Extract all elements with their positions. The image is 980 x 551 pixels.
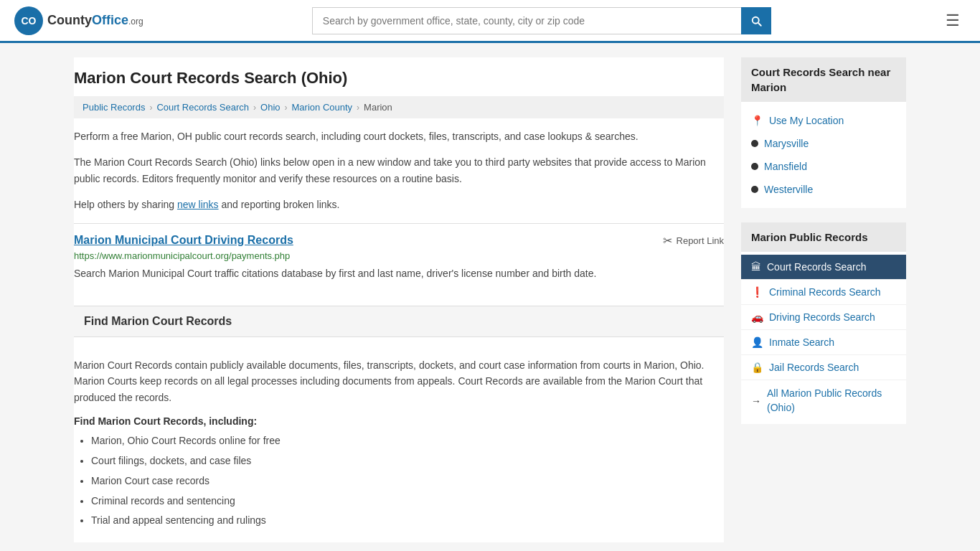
find-section-body: Marion Court Records contain publicly av… — [74, 347, 724, 405]
svg-text:CO: CO — [22, 15, 37, 27]
logo-text: CountyOffice.org — [47, 13, 143, 28]
dot-icon — [751, 186, 758, 193]
breadcrumb: Public Records › Court Records Search › … — [74, 96, 724, 118]
record-description: Search Marion Municipal Court traffic ci… — [74, 265, 724, 281]
description-2: The Marion Court Records Search (Ohio) l… — [74, 150, 724, 192]
arrow-icon: → — [751, 395, 761, 407]
logo[interactable]: CO CountyOffice.org — [14, 6, 143, 35]
pr-criminal-records[interactable]: ❗ Criminal Records Search — [741, 280, 906, 305]
main-container: Marion Court Records Search (Ohio) Publi… — [60, 43, 920, 551]
find-section-title: Find Marion Court Records — [84, 315, 714, 328]
pr-inmate-search[interactable]: 👤 Inmate Search — [741, 330, 906, 355]
find-list: Marion, Ohio Court Records online for fr… — [74, 433, 724, 529]
breadcrumb-marion: Marion — [364, 102, 392, 113]
public-records-card: Marion Public Records 🏛 Court Records Se… — [741, 222, 906, 424]
nearby-mansfield[interactable]: Mansfield — [741, 155, 906, 178]
use-my-location-item[interactable]: 📍 Use My Location — [741, 109, 906, 132]
search-icon — [750, 14, 763, 27]
page-title: Marion Court Records Search (Ohio) — [74, 57, 724, 96]
list-item: Marion, Ohio Court Records online for fr… — [91, 433, 724, 450]
all-records-link[interactable]: All Marion Public Records (Ohio) — [767, 387, 896, 415]
find-section: Find Marion Court Records — [74, 306, 724, 337]
breadcrumb-marion-county[interactable]: Marion County — [292, 102, 353, 113]
pr-driving-records[interactable]: 🚗 Driving Records Search — [741, 305, 906, 330]
jail-records-link[interactable]: Jail Records Search — [769, 362, 859, 373]
nearby-westerville[interactable]: Westerville — [741, 178, 906, 201]
search-input[interactable] — [312, 7, 741, 34]
record-url[interactable]: https://www.marionmunicipalcourt.org/pay… — [74, 250, 724, 261]
pr-jail-records[interactable]: 🔒 Jail Records Search — [741, 355, 906, 380]
list-item: Court filings, dockets, and case files — [91, 453, 724, 470]
content-area: Marion Court Records Search (Ohio) Publi… — [74, 57, 724, 542]
record-title[interactable]: Marion Municipal Court Driving Records — [74, 234, 293, 247]
public-records-list: 🏛 Court Records Search ❗ Criminal Record… — [741, 252, 906, 424]
report-icon: ✂ — [663, 234, 672, 248]
sidebar: Court Records Search near Marion 📍 Use M… — [741, 57, 906, 542]
breadcrumb-public-records[interactable]: Public Records — [83, 102, 145, 113]
pr-court-records[interactable]: 🏛 Court Records Search — [741, 255, 906, 280]
breadcrumb-court-records-search[interactable]: Court Records Search — [156, 102, 249, 113]
driving-icon: 🚗 — [751, 311, 763, 323]
search-button[interactable] — [741, 7, 771, 34]
report-label: Report Link — [677, 235, 724, 246]
report-link[interactable]: ✂ Report Link — [663, 234, 724, 248]
mansfield-link[interactable]: Mansfield — [764, 161, 807, 172]
location-pin-icon: 📍 — [751, 115, 763, 126]
new-links-link[interactable]: new links — [177, 199, 219, 210]
dot-icon — [751, 163, 758, 170]
westerville-link[interactable]: Westerville — [764, 184, 813, 195]
record-header: Marion Municipal Court Driving Records ✂… — [74, 234, 724, 248]
nearby-marysville[interactable]: Marysville — [741, 132, 906, 155]
description-1: Perform a free Marion, OH public court r… — [74, 118, 724, 150]
inmate-icon: 👤 — [751, 336, 763, 348]
find-list-title: Find Marion Court Records, including: — [74, 415, 724, 427]
use-my-location-link[interactable]: Use My Location — [769, 115, 844, 126]
breadcrumb-ohio[interactable]: Ohio — [260, 102, 280, 113]
nearby-card: Court Records Search near Marion 📍 Use M… — [741, 57, 906, 208]
jail-icon: 🔒 — [751, 362, 763, 373]
logo-icon: CO — [14, 6, 43, 35]
search-container — [312, 7, 771, 34]
list-item: Trial and appeal sentencing and rulings — [91, 512, 724, 529]
list-item: Criminal records and sentencing — [91, 493, 724, 510]
menu-button[interactable]: ☰ — [940, 9, 966, 33]
marysville-link[interactable]: Marysville — [764, 138, 809, 149]
nearby-list: 📍 Use My Location Marysville Mansfield W… — [741, 102, 906, 208]
list-item: Marion Court case records — [91, 473, 724, 490]
criminal-icon: ❗ — [751, 286, 763, 298]
nearby-card-header: Court Records Search near Marion — [741, 57, 906, 102]
find-section-body-container: Marion Court Records contain publicly av… — [74, 337, 724, 542]
dot-icon — [751, 140, 758, 147]
court-icon: 🏛 — [751, 261, 761, 273]
criminal-records-link[interactable]: Criminal Records Search — [769, 286, 881, 298]
help-text: Help others by sharing new links and rep… — [74, 192, 724, 222]
public-records-header: Marion Public Records — [741, 222, 906, 252]
header: CO CountyOffice.org ☰ — [0, 0, 980, 43]
record-entry: Marion Municipal Court Driving Records ✂… — [74, 223, 724, 291]
inmate-search-link[interactable]: Inmate Search — [769, 336, 834, 348]
all-records-item[interactable]: → All Marion Public Records (Ohio) — [741, 380, 906, 421]
driving-records-link[interactable]: Driving Records Search — [769, 311, 875, 323]
